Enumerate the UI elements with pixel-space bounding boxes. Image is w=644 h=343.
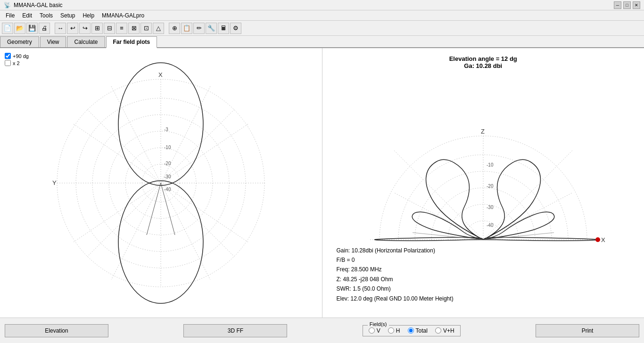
- tb-sym[interactable]: ⊠: [128, 23, 140, 34]
- tb-calc[interactable]: 🖩: [218, 23, 229, 34]
- right-z-label: Z: [481, 128, 485, 135]
- radio-vph[interactable]: [435, 327, 441, 334]
- tb-redo[interactable]: ↪: [79, 23, 91, 34]
- tab-geometry[interactable]: Geometry: [0, 36, 39, 47]
- svg-text:-30: -30: [164, 174, 171, 179]
- radio-total-label: Total: [416, 327, 428, 334]
- menu-file[interactable]: File: [2, 11, 18, 20]
- titlebar-controls[interactable]: ─ □ ✕: [614, 1, 640, 9]
- radio-h-group[interactable]: H: [388, 327, 400, 334]
- ff3d-button[interactable]: 3D FF: [183, 324, 287, 337]
- left-panel: +90 dg x 2 X: [0, 48, 322, 318]
- minimize-button[interactable]: ─: [614, 1, 621, 9]
- restore-button[interactable]: □: [623, 1, 631, 9]
- elevation-button[interactable]: Elevation: [5, 324, 108, 337]
- left-y-label: Y: [52, 179, 57, 186]
- radio-h-label: H: [396, 327, 400, 334]
- fields-group: Field(s) V H Total V+H: [363, 325, 461, 336]
- fields-label: Field(s): [368, 321, 389, 327]
- svg-text:-3: -3: [164, 127, 168, 132]
- radio-v-label: V: [377, 327, 380, 334]
- menu-edit[interactable]: Edit: [18, 11, 36, 20]
- bottombar: Elevation 3D FF Field(s) V H Total V+H P…: [0, 318, 644, 343]
- right-x-label: X: [601, 236, 605, 243]
- info-top: Elevation angle = 12 dg Ga: 10.28 dbi: [449, 55, 517, 69]
- tb-tri[interactable]: △: [153, 23, 164, 34]
- tb-sym2[interactable]: ⊡: [140, 23, 152, 34]
- elevation-angle-label: Elevation angle = 12 dg: [449, 55, 517, 62]
- tab-view[interactable]: View: [40, 36, 66, 47]
- menu-setup[interactable]: Setup: [57, 11, 79, 20]
- svg-line-25: [483, 150, 573, 240]
- tb-undo[interactable]: ↩: [67, 23, 78, 34]
- main-content: +90 dg x 2 X: [0, 48, 644, 318]
- checkbox-90dg-label: +90 dg: [13, 53, 29, 59]
- app-title: MMANA-GAL basic: [14, 2, 63, 8]
- svg-text:-10: -10: [487, 162, 494, 167]
- toolbar: 📄 📂 💾 🖨 ↔ ↩ ↪ ⊞ ⊟ ≡ ⊠ ⊡ △ ⊕ 📋 ✏ 🔧 🖩 ⚙: [0, 21, 644, 36]
- tb-copy[interactable]: 📋: [181, 23, 192, 34]
- tab-calculate[interactable]: Calculate: [67, 36, 105, 47]
- checkbox-90dg-row: +90 dg: [5, 53, 29, 59]
- tb-save[interactable]: 💾: [26, 23, 38, 34]
- ga-label: Ga: 10.28 dbi: [449, 62, 517, 69]
- z-stat: Z: 48.25 -j28 048 Ohm: [337, 275, 454, 284]
- menubar: File Edit Tools Setup Help MMANA-GALpro: [0, 10, 644, 21]
- freq-stat: Freq: 28.500 MHz: [337, 265, 454, 274]
- print-button[interactable]: Print: [536, 324, 639, 337]
- antenna-stats: Gain: 10.28dbi (Horizontal Polarization)…: [337, 246, 454, 303]
- radio-total-group[interactable]: Total: [408, 327, 428, 334]
- svg-text:-40: -40: [164, 187, 171, 192]
- tb-list[interactable]: ≡: [116, 23, 127, 34]
- checkbox-x2-row: x 2: [5, 60, 29, 66]
- tabbar: Geometry View Calculate Far field plots: [0, 36, 644, 48]
- tb-target[interactable]: ⊕: [169, 23, 180, 34]
- svg-text:-40: -40: [487, 223, 494, 228]
- tb-open[interactable]: 📂: [14, 23, 25, 34]
- svg-text:-20: -20: [164, 161, 171, 166]
- tb-gear[interactable]: ⚙: [230, 23, 241, 34]
- fb-stat: F/B = 0: [337, 255, 454, 265]
- marker-dot: [595, 237, 600, 242]
- tb-edit[interactable]: ✏: [193, 23, 205, 34]
- close-button[interactable]: ✕: [633, 1, 640, 9]
- tb-move[interactable]: ↔: [55, 23, 66, 34]
- azimuth-polar-plot: X Y -3 -10 -20 -30 -40: [38, 51, 283, 315]
- elev-stat: Elev: 12.0 deg (Real GND 10.00 Meter Hei…: [337, 294, 454, 303]
- radio-vph-group[interactable]: V+H: [435, 327, 454, 334]
- menu-tools[interactable]: Tools: [36, 11, 57, 20]
- svg-text:-30: -30: [487, 205, 494, 210]
- svg-text:-10: -10: [164, 145, 171, 150]
- tb-new[interactable]: 📄: [2, 23, 13, 34]
- radio-vph-label: V+H: [443, 327, 454, 334]
- menu-mmana-galpro[interactable]: MMANA-GALpro: [98, 11, 148, 20]
- radio-total[interactable]: [408, 327, 414, 334]
- left-x-label: X: [158, 71, 163, 78]
- checkbox-90dg[interactable]: [5, 53, 11, 59]
- checkboxes: +90 dg x 2: [5, 53, 29, 67]
- svg-line-26: [394, 150, 483, 240]
- checkbox-x2[interactable]: [5, 60, 11, 66]
- tb-grid2[interactable]: ⊟: [104, 23, 115, 34]
- svg-line-21: [147, 183, 161, 235]
- tb-print[interactable]: 🖨: [39, 23, 50, 34]
- titlebar: 📡 MMANA-GAL basic ─ □ ✕: [0, 0, 644, 10]
- radio-v[interactable]: [369, 327, 375, 334]
- tb-wrench[interactable]: 🔧: [206, 23, 217, 34]
- tb-grid[interactable]: ⊞: [91, 23, 103, 34]
- radio-h[interactable]: [388, 327, 394, 334]
- app-icon: 📡: [4, 2, 11, 8]
- menu-help[interactable]: Help: [79, 11, 98, 20]
- titlebar-left: 📡 MMANA-GAL basic: [4, 2, 63, 8]
- swr-stat: SWR: 1.5 (50.0 Ohm): [337, 284, 454, 293]
- svg-text:-20: -20: [487, 184, 494, 189]
- radio-v-group[interactable]: V: [369, 327, 380, 334]
- tab-far-field-plots[interactable]: Far field plots: [106, 36, 157, 48]
- right-panel: Elevation angle = 12 dg Ga: 10.28 dbi Z: [322, 48, 644, 318]
- checkbox-x2-label: x 2: [13, 60, 20, 66]
- gain-stat: Gain: 10.28dbi (Horizontal Polarization): [337, 246, 454, 255]
